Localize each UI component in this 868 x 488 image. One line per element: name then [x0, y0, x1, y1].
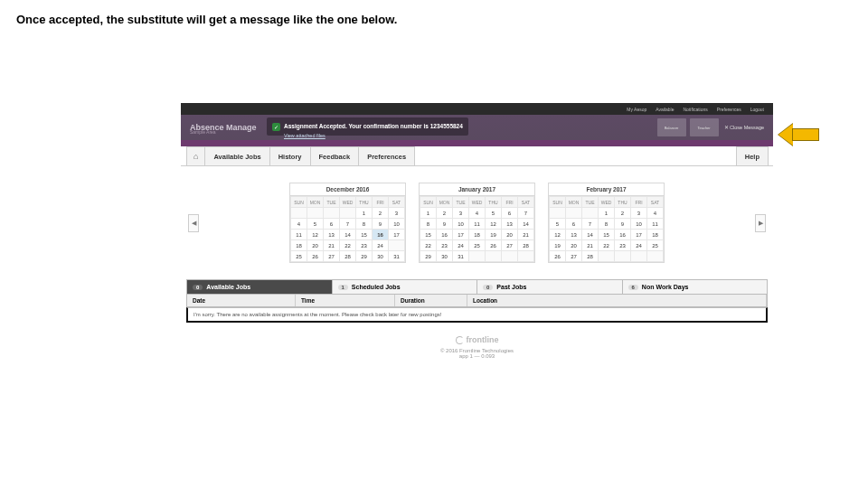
calendar-day[interactable]: 15 — [420, 230, 437, 240]
calendar-day[interactable]: 13 — [566, 230, 582, 240]
calendar-day[interactable]: 24 — [453, 240, 469, 251]
calendar-day[interactable]: 30 — [373, 251, 389, 262]
calendar-day[interactable]: 5 — [550, 219, 566, 230]
calendar-day[interactable]: 3 — [453, 208, 469, 219]
calendar-day[interactable]: 16 — [373, 230, 389, 240]
calendar-day[interactable]: 14 — [340, 230, 356, 240]
calendar-day[interactable]: 29 — [420, 251, 437, 262]
calendar-day[interactable]: 7 — [518, 208, 534, 219]
promo-card[interactable]: Teacher — [690, 118, 719, 136]
calendar-day[interactable]: 27 — [502, 240, 518, 251]
tab-available-jobs[interactable]: Available Jobs — [204, 146, 269, 165]
calendar-day[interactable]: 4 — [291, 219, 307, 230]
promo-card[interactable]: Balancer — [657, 118, 686, 136]
calendar-day[interactable]: 8 — [356, 219, 373, 230]
calendar-day[interactable]: 5 — [486, 208, 502, 219]
calendar-day[interactable]: 6 — [324, 219, 340, 230]
topbar-item[interactable]: Available — [656, 107, 674, 112]
close-message-button[interactable]: ✕ Close Message — [724, 125, 764, 130]
calendar-day[interactable]: 31 — [453, 251, 469, 262]
calendar-day[interactable]: 24 — [631, 240, 647, 251]
calendar-day[interactable]: 26 — [486, 240, 502, 251]
calendar-day[interactable]: 17 — [453, 230, 469, 240]
tab-history[interactable]: History — [269, 146, 311, 165]
calendar-day[interactable]: 15 — [356, 230, 373, 240]
calendar-day[interactable]: 11 — [469, 219, 486, 230]
calendar-day[interactable]: 27 — [566, 251, 582, 262]
calendar-day[interactable]: 17 — [389, 230, 405, 240]
calendar-day[interactable]: 16 — [615, 230, 631, 240]
calendar-day[interactable]: 18 — [469, 230, 486, 240]
calendar-day[interactable]: 25 — [469, 240, 486, 251]
calendar-day[interactable]: 2 — [615, 208, 631, 219]
calendar-day[interactable]: 23 — [615, 240, 631, 251]
calendar-day[interactable]: 17 — [631, 230, 647, 240]
calendar-next-button[interactable]: ▶ — [755, 214, 766, 232]
calendar-day[interactable]: 21 — [582, 240, 599, 251]
calendar-day[interactable]: 20 — [307, 240, 324, 251]
calendar-day[interactable]: 20 — [566, 240, 582, 251]
calendar-day[interactable]: 9 — [437, 219, 453, 230]
calendar-day[interactable]: 9 — [373, 219, 389, 230]
calendar-day[interactable]: 10 — [453, 219, 469, 230]
tab-help[interactable]: Help — [736, 146, 769, 165]
calendar-day[interactable]: 11 — [647, 219, 664, 230]
calendar-day[interactable]: 7 — [582, 219, 599, 230]
calendar-day[interactable]: 28 — [340, 251, 356, 262]
tab-home[interactable]: ⌂ — [186, 146, 205, 165]
tab-feedback[interactable]: Feedback — [310, 146, 360, 165]
calendar-day[interactable]: 6 — [502, 208, 518, 219]
calendar-day[interactable]: 8 — [420, 219, 437, 230]
calendar-day[interactable]: 3 — [631, 208, 647, 219]
calendar-day[interactable]: 22 — [599, 240, 615, 251]
calendar-day[interactable]: 26 — [550, 251, 566, 262]
calendar-day[interactable]: 30 — [437, 251, 453, 262]
calendar-day[interactable]: 10 — [631, 219, 647, 230]
calendar-day[interactable]: 28 — [582, 251, 599, 262]
calendar-day[interactable]: 5 — [307, 219, 324, 230]
tab-preferences[interactable]: Preferences — [358, 146, 415, 165]
calendar-day[interactable]: 7 — [340, 219, 356, 230]
calendar-day[interactable]: 18 — [291, 240, 307, 251]
calendar-day[interactable]: 14 — [518, 219, 534, 230]
calendar-day[interactable]: 1 — [599, 208, 615, 219]
calendar-day[interactable]: 29 — [356, 251, 373, 262]
job-tab-past[interactable]: 0 Past Jobs — [477, 280, 623, 294]
calendar-day[interactable]: 25 — [647, 240, 664, 251]
calendar-day[interactable]: 12 — [486, 219, 502, 230]
calendar-day[interactable]: 27 — [324, 251, 340, 262]
calendar-day[interactable]: 1 — [356, 208, 373, 219]
calendar-day[interactable]: 13 — [324, 230, 340, 240]
calendar-day[interactable]: 15 — [599, 230, 615, 240]
calendar-day[interactable]: 19 — [550, 240, 566, 251]
calendar-day[interactable]: 3 — [389, 208, 405, 219]
topbar-item[interactable]: Preferences — [717, 107, 741, 112]
calendar-day[interactable]: 22 — [340, 240, 356, 251]
calendar-prev-button[interactable]: ◀ — [188, 214, 199, 232]
calendar-day[interactable]: 31 — [389, 251, 405, 262]
calendar-day[interactable]: 11 — [291, 230, 307, 240]
calendar-day[interactable]: 13 — [502, 219, 518, 230]
calendar-day[interactable]: 23 — [356, 240, 373, 251]
topbar-item[interactable]: Notifications — [684, 107, 708, 112]
calendar-day[interactable]: 14 — [582, 230, 599, 240]
job-tab-nonwork[interactable]: 6 Non Work Days — [623, 280, 768, 294]
calendar-day[interactable]: 2 — [373, 208, 389, 219]
calendar-day[interactable]: 26 — [307, 251, 324, 262]
job-tab-available[interactable]: 0 Available Jobs — [187, 280, 333, 294]
calendar-day[interactable]: 24 — [373, 240, 389, 251]
topbar-item[interactable]: My Aesop — [627, 107, 646, 112]
calendar-day[interactable]: 21 — [518, 230, 534, 240]
calendar-day[interactable]: 4 — [469, 208, 486, 219]
calendar-day[interactable]: 8 — [599, 219, 615, 230]
topbar-item[interactable]: Logout — [750, 107, 764, 112]
calendar-day[interactable]: 22 — [420, 240, 437, 251]
calendar-day[interactable]: 25 — [291, 251, 307, 262]
calendar-day[interactable]: 4 — [647, 208, 664, 219]
calendar-day[interactable]: 2 — [437, 208, 453, 219]
calendar-day[interactable]: 21 — [324, 240, 340, 251]
calendar-day[interactable]: 19 — [486, 230, 502, 240]
calendar-day[interactable]: 12 — [307, 230, 324, 240]
calendar-day[interactable]: 16 — [437, 230, 453, 240]
view-files-link[interactable]: View attached files — [284, 133, 463, 138]
